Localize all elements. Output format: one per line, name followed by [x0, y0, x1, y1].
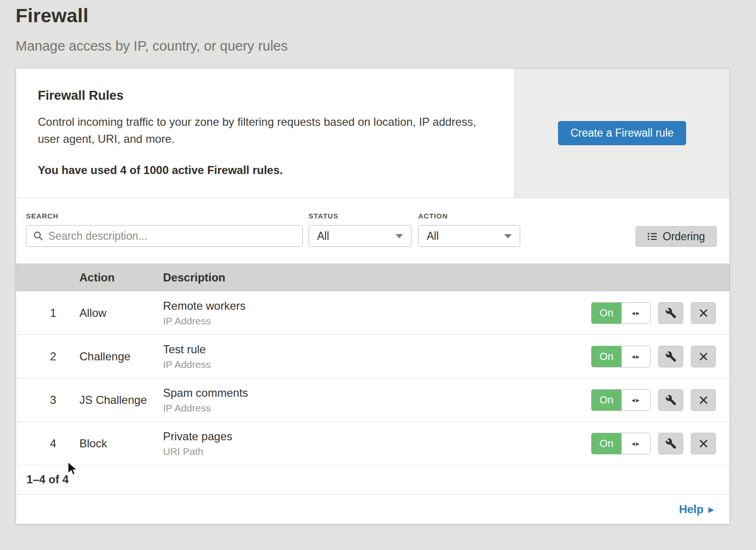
- rule-priority: 4: [16, 437, 64, 450]
- edit-rule-button[interactable]: [658, 433, 683, 454]
- help-arrow-icon: [708, 503, 714, 516]
- toggle-on-label: On: [592, 346, 621, 367]
- help-link-label: Help: [679, 503, 704, 516]
- toggle-on-label: On: [592, 303, 621, 323]
- card-header-action-panel: Create a Firewall rule: [514, 69, 730, 198]
- page-title: Firewall: [16, 5, 730, 27]
- toggle-on-label: On: [592, 390, 621, 410]
- rule-action: Allow: [64, 306, 147, 320]
- rule-action: Challenge: [64, 350, 147, 363]
- rule-description: Private pages: [163, 430, 591, 443]
- wrench-icon: [665, 351, 677, 362]
- filter-bar: SEARCH STATUS All ACTION: [16, 198, 730, 264]
- search-filter-group: SEARCH: [26, 212, 303, 247]
- close-icon: [698, 395, 709, 405]
- rule-enabled-toggle[interactable]: On: [591, 302, 651, 324]
- action-select-value: All: [427, 230, 439, 243]
- rule-description-cell: Private pages URI Path: [147, 430, 591, 457]
- rule-match-type: IP Address: [163, 359, 591, 370]
- chevron-down-icon: [395, 234, 403, 238]
- rule-controls: On: [591, 389, 730, 411]
- toggle-drag-handle-icon[interactable]: [621, 433, 650, 454]
- firewall-page: Firewall Manage access by IP, country, o…: [0, 0, 756, 524]
- table-row: 4 Block Private pages URI Path On: [16, 422, 730, 465]
- action-select[interactable]: All: [418, 225, 520, 247]
- rule-description-cell: Remote workers IP Address: [147, 299, 591, 327]
- toggle-drag-handle-icon[interactable]: [621, 303, 650, 323]
- search-label: SEARCH: [26, 212, 303, 220]
- rule-description-cell: Spam comments IP Address: [147, 386, 591, 414]
- close-icon: [698, 438, 709, 449]
- search-box: [26, 225, 303, 247]
- toggle-drag-handle-icon[interactable]: [621, 390, 650, 410]
- rule-priority: 1: [16, 306, 64, 320]
- delete-rule-button[interactable]: [691, 389, 716, 411]
- table-row: 3 JS Challenge Spam comments IP Address …: [16, 378, 730, 422]
- ordering-button[interactable]: Ordering: [636, 226, 717, 247]
- rules-usage: You have used 4 of 1000 active Firewall …: [38, 164, 486, 177]
- table-header: Action Description: [16, 264, 730, 291]
- rules-description: Control incoming traffic to your zone by…: [38, 113, 486, 148]
- action-filter-group: ACTION All: [418, 212, 520, 247]
- firewall-rules-card: Firewall Rules Control incoming traffic …: [16, 68, 730, 524]
- help-link[interactable]: Help: [679, 503, 714, 516]
- delete-rule-button[interactable]: [691, 346, 716, 367]
- toggle-drag-handle-icon[interactable]: [621, 346, 650, 367]
- rule-enabled-toggle[interactable]: On: [591, 433, 651, 454]
- description-column-header: Description: [147, 271, 591, 284]
- card-header: Firewall Rules Control incoming traffic …: [16, 69, 730, 198]
- status-filter-group: STATUS All: [309, 212, 412, 247]
- close-icon: [698, 351, 709, 362]
- help-row: Help: [16, 495, 730, 524]
- create-firewall-rule-button[interactable]: Create a Firewall rule: [558, 121, 686, 145]
- rule-action: Block: [64, 437, 147, 450]
- page-subtitle: Manage access by IP, country, or query r…: [16, 38, 730, 54]
- rule-action: JS Challenge: [64, 393, 147, 407]
- table-row: 2 Challenge Test rule IP Address On: [16, 335, 730, 378]
- wrench-icon: [665, 438, 677, 449]
- rule-description: Remote workers: [163, 299, 591, 313]
- edit-rule-button[interactable]: [658, 302, 683, 324]
- edit-rule-button[interactable]: [658, 346, 683, 367]
- card-header-text: Firewall Rules Control incoming traffic …: [16, 69, 514, 198]
- search-icon: [33, 231, 43, 241]
- rule-priority: 2: [16, 350, 64, 363]
- action-label: ACTION: [418, 212, 520, 220]
- ordering-button-label: Ordering: [663, 230, 705, 243]
- status-select[interactable]: All: [309, 225, 412, 247]
- close-icon: [698, 308, 709, 318]
- rule-enabled-toggle[interactable]: On: [591, 346, 651, 367]
- rule-controls: On: [591, 346, 730, 367]
- delete-rule-button[interactable]: [691, 302, 716, 324]
- chevron-down-icon: [504, 234, 512, 238]
- rule-match-type: IP Address: [163, 402, 591, 414]
- toggle-on-label: On: [592, 433, 621, 454]
- rule-priority: 3: [16, 393, 64, 407]
- rule-description: Test rule: [163, 343, 591, 356]
- ordering-list-icon: [647, 232, 657, 241]
- rule-enabled-toggle[interactable]: On: [591, 389, 651, 411]
- status-select-value: All: [317, 230, 329, 243]
- rule-match-type: URI Path: [163, 446, 591, 457]
- delete-rule-button[interactable]: [691, 433, 716, 454]
- edit-rule-button[interactable]: [658, 389, 683, 411]
- pagination: 1–4 of 4: [16, 465, 730, 495]
- search-input[interactable]: [26, 225, 303, 247]
- rule-controls: On: [591, 302, 730, 324]
- rule-description: Spam comments: [163, 386, 591, 400]
- rule-controls: On: [591, 433, 730, 454]
- rule-description-cell: Test rule IP Address: [147, 343, 591, 370]
- rule-match-type: IP Address: [163, 315, 591, 327]
- table-row: 1 Allow Remote workers IP Address On: [16, 291, 730, 335]
- rules-title: Firewall Rules: [38, 88, 486, 103]
- wrench-icon: [665, 307, 677, 319]
- action-column-header: Action: [64, 271, 147, 284]
- wrench-icon: [665, 394, 677, 406]
- status-label: STATUS: [309, 212, 412, 220]
